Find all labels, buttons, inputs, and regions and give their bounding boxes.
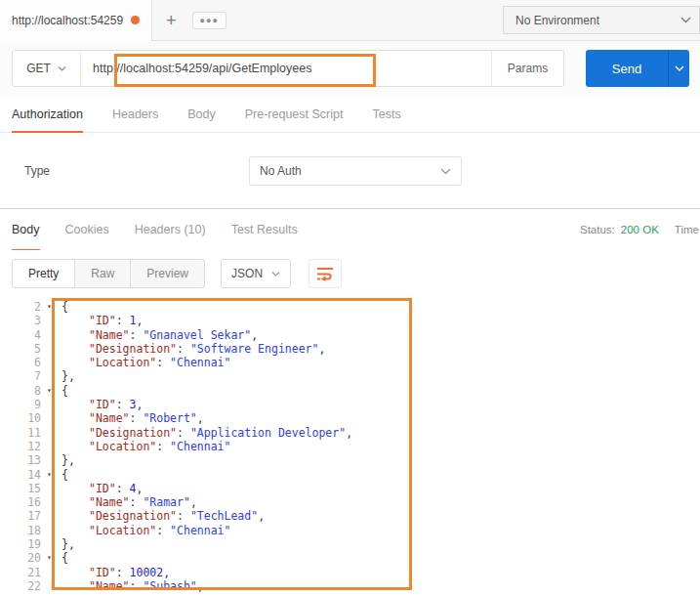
environment-label: No Environment bbox=[504, 14, 672, 27]
line-number: 8 bbox=[0, 384, 43, 398]
line-number: 16 bbox=[0, 495, 43, 509]
code-text: "ID": 4, bbox=[56, 482, 143, 495]
wrap-text-button[interactable] bbox=[309, 259, 342, 288]
code-text: "ID": 10002, bbox=[56, 566, 170, 579]
code-text: "Designation": "TechLead", bbox=[56, 509, 265, 523]
view-raw-button[interactable]: Raw bbox=[75, 260, 131, 287]
send-button-group: Send bbox=[586, 50, 689, 87]
tab-headers[interactable]: Headers bbox=[112, 96, 158, 132]
code-line: 11"Designation": "Application Developer"… bbox=[0, 426, 700, 440]
code-text: "Name": "Subash", bbox=[56, 579, 204, 593]
fold-spacer bbox=[43, 314, 56, 327]
response-tab-body[interactable]: Body bbox=[12, 209, 40, 250]
auth-type-label: Type bbox=[24, 164, 50, 178]
code-text: }, bbox=[56, 369, 75, 383]
line-number: 7 bbox=[0, 369, 43, 383]
code-text: "Location": "Chennai" bbox=[56, 524, 230, 537]
code-line: 17"Designation": "TechLead", bbox=[0, 509, 700, 523]
code-text: "Name": "Gnanavel Sekar", bbox=[56, 328, 258, 342]
postman-app: http://localhost:54259 + ●●● No Environm… bbox=[0, 0, 700, 596]
fold-toggle-icon[interactable]: ▾ bbox=[43, 468, 56, 482]
code-line: 16"Name": "Ramar", bbox=[0, 495, 700, 509]
chevron-down-icon bbox=[672, 17, 699, 23]
code-line: 19}, bbox=[0, 537, 700, 551]
fold-spacer bbox=[43, 356, 56, 369]
fold-spacer bbox=[43, 328, 56, 342]
tab-body[interactable]: Body bbox=[187, 96, 216, 132]
request-bar: GET Params Send bbox=[0, 41, 700, 96]
fold-spacer bbox=[43, 509, 56, 523]
code-line: 3"ID": 1, bbox=[0, 314, 700, 327]
environment-select[interactable]: No Environment bbox=[503, 6, 700, 34]
line-number: 21 bbox=[0, 566, 43, 579]
auth-type-select[interactable]: No Auth bbox=[249, 156, 462, 186]
code-line: 15"ID": 4, bbox=[0, 482, 700, 495]
params-button[interactable]: Params bbox=[491, 51, 563, 86]
line-number: 9 bbox=[0, 398, 43, 411]
auth-type-value: No Auth bbox=[260, 164, 302, 178]
url-input[interactable] bbox=[81, 51, 491, 86]
response-tab-test-results[interactable]: Test Results bbox=[231, 209, 298, 250]
line-number: 2 bbox=[0, 300, 43, 314]
format-select[interactable]: JSON bbox=[221, 259, 291, 288]
fold-spacer bbox=[43, 398, 56, 411]
code-text: "Name": "Robert", bbox=[56, 411, 204, 425]
tab-authorization[interactable]: Authorization bbox=[12, 96, 83, 132]
code-text: "Location": "Chennai" bbox=[56, 356, 230, 369]
view-preview-button[interactable]: Preview bbox=[131, 260, 204, 287]
fold-spacer bbox=[43, 495, 56, 509]
fold-spacer bbox=[43, 411, 56, 425]
fold-spacer bbox=[43, 579, 56, 593]
new-tab-button[interactable]: + bbox=[166, 12, 177, 29]
line-number: 22 bbox=[0, 579, 43, 593]
request-tab[interactable]: http://localhost:54259 bbox=[0, 0, 152, 41]
chevron-down-icon bbox=[58, 66, 66, 71]
chevron-down-icon bbox=[440, 168, 451, 175]
code-text: { bbox=[56, 384, 68, 398]
fold-spacer bbox=[43, 453, 56, 467]
fold-toggle-icon[interactable]: ▾ bbox=[43, 384, 56, 398]
fold-toggle-icon[interactable]: ▾ bbox=[43, 300, 56, 314]
status-label: Status: bbox=[580, 224, 615, 235]
tab-pre-request-script[interactable]: Pre-request Script bbox=[245, 96, 344, 132]
line-number: 11 bbox=[0, 426, 43, 440]
line-number: 4 bbox=[0, 328, 43, 342]
code-line: 9"ID": 3, bbox=[0, 398, 700, 411]
code-line: 18"Location": "Chennai" bbox=[0, 524, 700, 537]
response-meta: Status: 200 OK Time: bbox=[580, 209, 700, 250]
fold-spacer bbox=[43, 342, 56, 356]
format-value: JSON bbox=[231, 267, 263, 280]
send-options-button[interactable] bbox=[668, 50, 689, 87]
response-body-code-viewer[interactable]: 2▾{3"ID": 1,4"Name": "Gnanavel Sekar",5"… bbox=[0, 297, 700, 596]
tab-strip: http://localhost:54259 + ●●● No Environm… bbox=[0, 0, 700, 41]
url-group: GET Params bbox=[12, 50, 564, 87]
authorization-panel: Type No Auth bbox=[0, 133, 700, 209]
response-tab-cookies[interactable]: Cookies bbox=[65, 209, 109, 250]
fold-spacer bbox=[43, 524, 56, 537]
code-text: "Location": "Chennai" bbox=[56, 440, 230, 453]
code-text: "ID": 1, bbox=[56, 314, 143, 327]
method-select[interactable]: GET bbox=[13, 51, 81, 86]
fold-spacer bbox=[43, 566, 56, 579]
code-line: 22"Name": "Subash", bbox=[0, 579, 700, 593]
code-text: }, bbox=[56, 537, 75, 551]
code-text: "ID": 3, bbox=[56, 398, 143, 411]
code-line: 7}, bbox=[0, 369, 700, 383]
tab-tests[interactable]: Tests bbox=[372, 96, 400, 132]
send-button[interactable]: Send bbox=[586, 50, 668, 87]
response-tab-headers[interactable]: Headers (10) bbox=[135, 209, 206, 250]
line-number: 15 bbox=[0, 482, 43, 495]
code-text: "Designation": "Application Developer", bbox=[56, 426, 352, 440]
line-number: 18 bbox=[0, 524, 43, 537]
status-badge: 200 OK bbox=[621, 224, 659, 235]
fold-toggle-icon[interactable]: ▾ bbox=[43, 551, 56, 565]
view-pretty-button[interactable]: Pretty bbox=[13, 260, 75, 287]
code-line: 21"ID": 10002, bbox=[0, 566, 700, 579]
code-text: "Name": "Ramar", bbox=[56, 495, 197, 509]
chevron-down-icon bbox=[271, 272, 280, 277]
code-line: 10"Name": "Robert", bbox=[0, 411, 700, 425]
line-number: 14 bbox=[0, 468, 43, 482]
code-line: 20▾{ bbox=[0, 551, 700, 565]
tab-options-button[interactable]: ●●● bbox=[192, 12, 226, 29]
code-line: 8▾{ bbox=[0, 384, 700, 398]
